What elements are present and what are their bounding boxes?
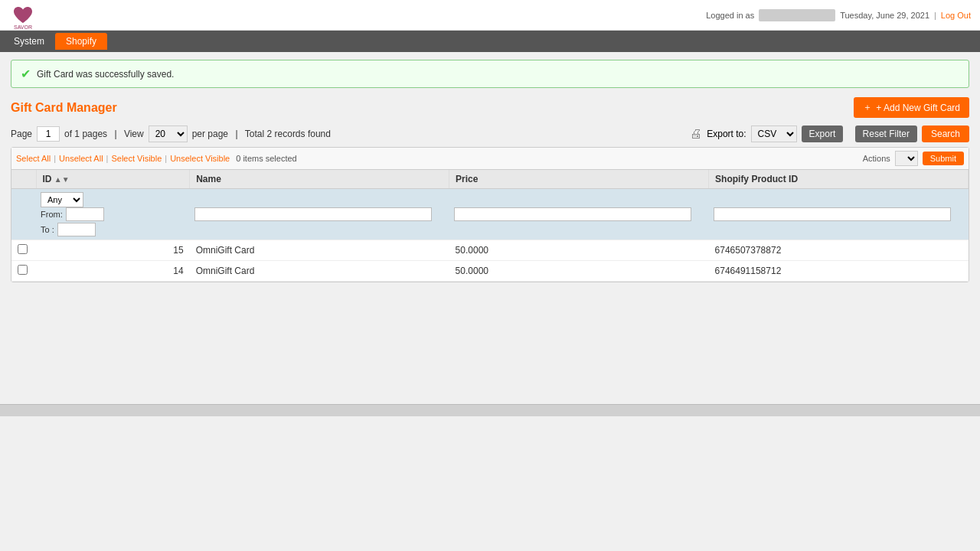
header-separator: |	[934, 11, 936, 20]
selected-count-label: 0 items selected	[236, 154, 296, 163]
col-shopify-id: Shopify Product ID	[709, 170, 969, 189]
filter-from-to: From: To :	[41, 207, 185, 236]
filter-price-input[interactable]	[454, 207, 692, 221]
header-right: Logged in as Tuesday, June 29, 2021 | Lo…	[706, 9, 971, 21]
per-page-select[interactable]: 10 20 50 100	[149, 126, 188, 142]
from-label: From:	[41, 210, 63, 219]
sep2: |	[106, 154, 109, 163]
success-icon: ✔	[21, 67, 31, 81]
pagination-right: 🖨 Export to: CSV Excel Export Reset Filt…	[690, 126, 969, 142]
table-row: 14 OmniGift Card 50.0000 6746491158712	[11, 261, 969, 282]
sep1: |	[54, 154, 56, 163]
row2-shopify-product-id: 6746491158712	[709, 261, 969, 282]
savor-logo: SAVOR	[9, 2, 37, 29]
export-icon: 🖨	[690, 127, 702, 141]
of-pages-label: of 1 pages	[64, 129, 107, 139]
page-label: Page	[11, 129, 32, 139]
select-all-link[interactable]: Select All	[16, 154, 51, 163]
add-button-label: + Add New Gift Card	[876, 103, 960, 113]
header: SAVOR Logged in as Tuesday, June 29, 202…	[0, 0, 980, 31]
table-row: 15 OmniGift Card 50.0000 6746507378872	[11, 240, 969, 261]
col-name: Name	[190, 170, 449, 189]
filter-price-cell	[449, 189, 709, 240]
col-shopify-id-label: Shopify Product ID	[715, 174, 798, 184]
filter-from-input[interactable]	[66, 207, 104, 221]
pagination-row: Page of 1 pages | View 10 20 50 100 per …	[11, 126, 969, 142]
filter-any-select[interactable]: Any From To	[41, 192, 83, 207]
table-body: 15 OmniGift Card 50.0000 6746507378872 1…	[11, 240, 969, 282]
export-button[interactable]: Export	[802, 126, 844, 142]
filter-checkbox-cell	[11, 189, 36, 240]
sep3: |	[165, 154, 167, 163]
filter-to-input[interactable]	[57, 223, 96, 236]
nav-tab-system[interactable]: System	[3, 33, 55, 50]
unselect-all-link[interactable]: Unselect All	[59, 154, 103, 163]
username-box	[759, 9, 835, 21]
actions-select[interactable]	[895, 151, 918, 166]
row2-id: 14	[36, 261, 190, 282]
row1-name: OmniGift Card	[190, 240, 449, 261]
row1-price: 50.0000	[449, 240, 709, 261]
svg-text:SAVOR: SAVOR	[14, 24, 32, 29]
footer-bar	[0, 404, 980, 416]
row2-checkbox[interactable]	[18, 265, 28, 275]
nav-tab-shopify[interactable]: Shopify	[55, 33, 107, 50]
row2-checkbox-cell	[11, 261, 36, 282]
row1-shopify-product-id: 6746507378872	[709, 240, 969, 261]
row1-id: 15	[36, 240, 190, 261]
filter-any-cell: Any From To	[41, 192, 185, 207]
unselect-visible-link[interactable]: Unselect Visible	[170, 154, 230, 163]
add-icon: ＋	[863, 101, 872, 114]
col-price-label: Price	[456, 174, 478, 184]
logout-link[interactable]: Log Out	[941, 11, 971, 20]
title-row: Gift Card Manager ＋ + Add New Gift Card	[11, 97, 969, 118]
export-format-select[interactable]: CSV Excel	[751, 126, 797, 142]
actions-label: Actions	[863, 154, 890, 163]
logged-in-label: Logged in as	[706, 11, 754, 20]
data-table: ID ▲▼ Name Price Shopify Product ID	[11, 170, 969, 282]
per-page-label: per page	[192, 129, 228, 139]
add-new-gift-card-button[interactable]: ＋ + Add New Gift Card	[854, 97, 969, 118]
row2-name: OmniGift Card	[190, 261, 449, 282]
col-id-label: ID	[43, 174, 52, 184]
filter-shopify-id-input[interactable]	[714, 207, 952, 221]
header-date: Tuesday, June 29, 2021	[840, 11, 929, 20]
col-checkbox	[11, 170, 36, 189]
sort-arrow-id: ▲▼	[54, 175, 70, 184]
filter-name-cell	[190, 189, 449, 240]
filter-row: Any From To From: To :	[11, 189, 969, 240]
row1-checkbox-cell	[11, 240, 36, 261]
col-id[interactable]: ID ▲▼	[36, 170, 190, 189]
filter-name-input[interactable]	[194, 207, 433, 221]
success-text: Gift Card was successfully saved.	[37, 69, 174, 80]
col-name-label: Name	[196, 174, 221, 184]
pagination-left: Page of 1 pages | View 10 20 50 100 per …	[11, 126, 331, 142]
col-price: Price	[449, 170, 709, 189]
view-label: View	[124, 129, 144, 139]
page-input[interactable]	[37, 126, 60, 142]
row1-checkbox[interactable]	[18, 244, 28, 254]
to-row: To :	[41, 223, 185, 236]
select-visible-link[interactable]: Select Visible	[111, 154, 162, 163]
total-records-label: Total 2 records found	[245, 129, 331, 139]
filter-shopify-id-cell	[709, 189, 969, 240]
main-content: ✔ Gift Card was successfully saved. Gift…	[0, 52, 980, 404]
row2-price: 50.0000	[449, 261, 709, 282]
submit-button[interactable]: Submit	[923, 152, 964, 165]
selection-row: Select All | Unselect All | Select Visib…	[11, 148, 969, 170]
logo-area: SAVOR	[9, 2, 37, 29]
table-container: Select All | Unselect All | Select Visib…	[11, 147, 969, 282]
to-label: To :	[41, 225, 54, 234]
from-row: From:	[41, 207, 185, 221]
success-banner: ✔ Gift Card was successfully saved.	[11, 60, 969, 88]
table-header-row: ID ▲▼ Name Price Shopify Product ID	[11, 170, 969, 189]
page-title: Gift Card Manager	[11, 101, 117, 115]
search-button[interactable]: Search	[922, 126, 969, 142]
export-label: Export to:	[707, 129, 746, 139]
reset-filter-button[interactable]: Reset Filter	[855, 126, 917, 142]
nav-bar: System Shopify	[0, 31, 980, 52]
filter-id-cell: Any From To From: To :	[36, 189, 190, 240]
